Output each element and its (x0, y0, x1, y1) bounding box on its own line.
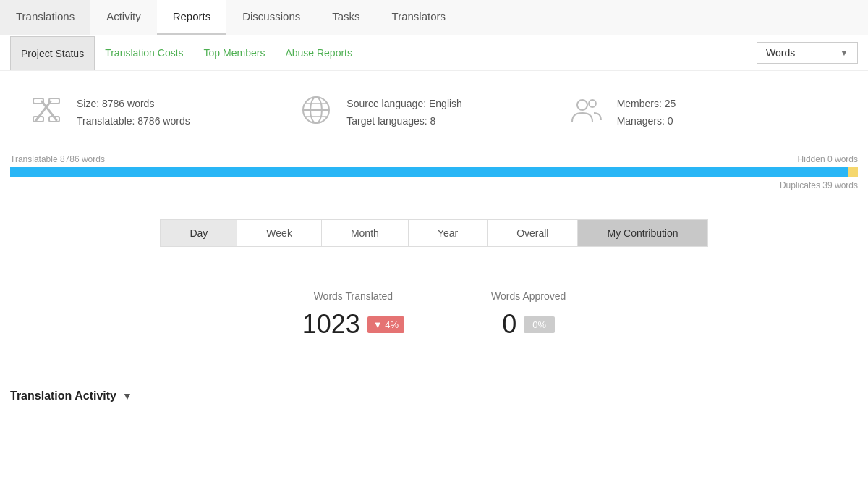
chevron-down-icon[interactable]: ▼ (122, 390, 132, 402)
progress-bar-duplicate (848, 167, 858, 177)
tab-reports[interactable]: Reports (157, 0, 227, 35)
tab-activity[interactable]: Activity (90, 0, 157, 35)
words-translated-value-row: 1023 ▼ 4% (302, 309, 404, 340)
progress-section: Translatable 8786 words Hidden 0 words D… (0, 154, 868, 198)
size-info-text: Size: 8786 words Translatable: 8786 word… (77, 96, 190, 130)
period-week-button[interactable]: Week (237, 219, 321, 247)
members-icon (569, 93, 604, 132)
words-dropdown[interactable]: Words ▼ (757, 42, 858, 64)
subnav-project-status[interactable]: Project Status (10, 36, 95, 70)
top-navigation: Translations Activity Reports Discussion… (0, 0, 868, 35)
words-translated-label: Words Translated (302, 290, 404, 302)
words-dropdown-label: Words (766, 47, 795, 59)
tab-translations[interactable]: Translations (0, 0, 90, 35)
language-info-block: Source language: English Target language… (299, 93, 569, 132)
translation-activity-title: Translation Activity (10, 390, 116, 403)
tab-translators[interactable]: Translators (376, 0, 461, 35)
period-day-button[interactable]: Day (160, 219, 237, 247)
tab-tasks[interactable]: Tasks (316, 0, 375, 35)
project-info-section: Size: 8786 words Translatable: 8786 word… (0, 71, 868, 154)
subnav-abuse-reports[interactable]: Abuse Reports (275, 35, 362, 70)
words-translated-badge: ▼ 4% (367, 316, 404, 333)
duplicates-label: Duplicates 39 words (10, 180, 858, 190)
period-buttons: Day Week Month Year Overall My Contribut… (0, 198, 868, 261)
translation-activity-section: Translation Activity ▼ (0, 376, 868, 416)
words-translated-stat: Words Translated 1023 ▼ 4% (302, 290, 404, 340)
progress-right-label: Hidden 0 words (798, 154, 858, 164)
words-translated-number: 1023 (302, 309, 360, 340)
period-mycontribution-button[interactable]: My Contribution (577, 219, 707, 247)
wrench-icon (29, 93, 64, 132)
language-info-text: Source language: English Target language… (346, 96, 462, 130)
progress-left-label: Translatable 8786 words (10, 154, 105, 164)
progress-bar (10, 167, 858, 177)
words-approved-value-row: 0 0% (491, 309, 566, 340)
period-month-button[interactable]: Month (321, 219, 408, 247)
members-info-text: Members: 25 Managers: 0 (617, 96, 676, 130)
period-overall-button[interactable]: Overall (487, 219, 577, 247)
tab-discussions[interactable]: Discussions (226, 0, 316, 35)
words-approved-label: Words Approved (491, 290, 566, 302)
progress-bar-fill (10, 167, 849, 177)
progress-labels: Translatable 8786 words Hidden 0 words (10, 154, 858, 164)
svg-point-11 (577, 100, 587, 110)
words-approved-number: 0 (502, 309, 516, 340)
words-approved-stat: Words Approved 0 0% (491, 290, 566, 340)
words-approved-badge: 0% (524, 316, 555, 333)
members-info-block: Members: 25 Managers: 0 (569, 93, 839, 132)
subnav-translation-costs[interactable]: Translation Costs (95, 35, 193, 70)
stats-section: Words Translated 1023 ▼ 4% Words Approve… (0, 261, 868, 376)
chevron-down-icon: ▼ (840, 48, 848, 58)
period-year-button[interactable]: Year (408, 219, 487, 247)
size-info-block: Size: 8786 words Translatable: 8786 word… (29, 93, 299, 132)
svg-point-12 (589, 100, 596, 107)
globe-icon (299, 93, 333, 132)
sub-navigation: Project Status Translation Costs Top Mem… (0, 35, 868, 71)
subnav-top-members[interactable]: Top Members (194, 35, 276, 70)
